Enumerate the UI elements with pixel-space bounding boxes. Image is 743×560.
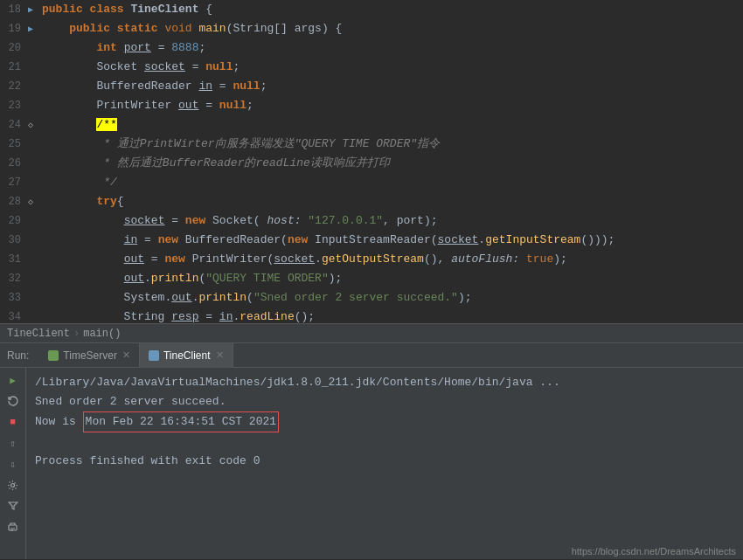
line-number: 32 [0,269,28,288]
line-number: 33 [0,288,28,308]
tab-timeserver-label: TimeServer [63,349,117,362]
highlighted-timestamp: Mon Feb 22 16:34:51 CST 2021 [83,411,279,432]
line-number: 21 [0,58,28,77]
code-line-24: 24 ◇ /** [0,115,743,135]
run-filter-button[interactable] [4,497,22,515]
fold-diamond[interactable]: ◇ [28,116,42,135]
breadcrumb-file: TineClient [7,328,70,340]
fold-diamond[interactable]: ◇ [28,193,42,212]
line-number: 34 [0,308,28,323]
svg-rect-1 [9,525,17,530]
line-number: 22 [0,77,28,96]
line-number: 27 [0,173,28,192]
breadcrumb-bar: TineClient › main() [0,323,743,342]
line-number: 30 [0,231,28,250]
line-number: 23 [0,96,28,115]
line-number: 24 [0,115,28,135]
run-scroll-up-button[interactable]: ⇧ [4,434,22,452]
watermark: https://blog.csdn.net/DreamsArchitects [572,546,736,557]
line-number: 26 [0,154,28,173]
output-line-1: /Library/Java/JavaVirtualMachines/jdk1.8… [35,373,734,392]
code-line-27: 27 */ [0,173,743,192]
code-line-23: 23 PrintWriter out = null; [0,96,743,115]
tab-icon-timeserver [48,350,59,361]
tab-tineclient-label: TineClient [163,349,211,362]
run-label: Run: [7,349,29,362]
line-number: 28 [0,192,28,211]
run-rerun-button[interactable] [4,392,22,410]
output-line-5: Process finished with exit code 0 [35,452,734,471]
run-content: ▶ ■ ⇧ ⇩ [0,368,743,559]
code-line-19: 19 ▶ public static void main(String[] ar… [0,19,743,38]
code-line-31: 31 out = new PrintWriter(socket.getOutpu… [0,250,743,269]
run-scroll-down-button[interactable]: ⇩ [4,455,22,473]
output-line-3: Now is Mon Feb 22 16:34:51 CST 2021 [35,411,734,432]
line-number: 25 [0,135,28,154]
fold-arrow[interactable]: ▶ [28,20,42,39]
code-line-20: 20 int port = 8888; [0,38,743,58]
code-line-33: 33 System.out.println("Sned order 2 serv… [0,288,743,308]
line-number: 18 [0,0,28,19]
line-number: 31 [0,250,28,269]
tab-tineclient[interactable]: TineClient ✕ [140,343,233,368]
line-number: 29 [0,211,28,231]
code-line-28: 28 ◇ try{ [0,192,743,211]
tab-timeserver[interactable]: TimeServer ✕ [39,343,140,368]
line-number: 20 [0,38,28,58]
run-stop-button[interactable]: ■ [4,413,22,431]
svg-point-0 [11,483,15,487]
run-play-button[interactable]: ▶ [4,371,22,389]
run-output: /Library/Java/JavaVirtualMachines/jdk1.8… [26,368,743,559]
tab-timeserver-close[interactable]: ✕ [122,349,130,361]
code-line-32: 32 out.println("QUERY TIME ORDER"); [0,269,743,288]
tab-tineclient-close[interactable]: ✕ [216,349,224,361]
code-line-26: 26 * 然后通过BufferReader的readLine读取响应并打印 [0,154,743,173]
code-editor: 18 ▶ public class TineClient { 19 ▶ publ… [0,0,743,323]
output-line-4 [35,432,734,452]
fold-arrow[interactable]: ▶ [28,1,42,20]
code-line-22: 22 BufferedReader in = null; [0,77,743,96]
run-header: Run: TimeServer ✕ TineClient ✕ [0,343,743,368]
code-line-25: 25 * 通过PrintWirter向服务器端发送"QUERY TIME ORD… [0,135,743,154]
run-print-button[interactable] [4,518,22,536]
breadcrumb-method: main() [83,328,121,340]
line-number: 19 [0,19,28,38]
code-line-34: 34 String resp = in.readLine(); [0,308,743,323]
code-line-21: 21 Socket socket = null; [0,58,743,77]
code-line-29: 29 socket = new Socket( host: "127.0.0.1… [0,211,743,231]
run-panel: Run: TimeServer ✕ TineClient ✕ ▶ ■ ⇧ ⇩ [0,342,743,559]
run-settings-button[interactable] [4,476,22,494]
code-line-18: 18 ▶ public class TineClient { [0,0,743,19]
run-sidebar: ▶ ■ ⇧ ⇩ [0,368,26,559]
code-line-30: 30 in = new BufferedReader(new InputStre… [0,231,743,250]
output-line-2: Sned order 2 server succeed. [35,392,734,411]
breadcrumb-separator: › [73,328,80,340]
tab-icon-tineclient [149,350,159,361]
